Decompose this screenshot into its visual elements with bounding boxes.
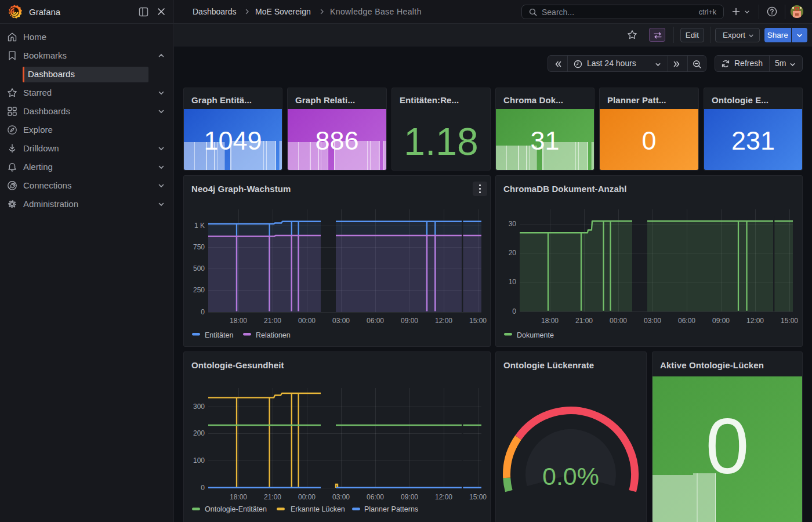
svg-text:15:00: 15:00 [469, 317, 487, 325]
svg-text:Planner Patterns: Planner Patterns [364, 505, 418, 513]
svg-text:09:00: 09:00 [401, 493, 418, 501]
svg-text:18:00: 18:00 [230, 493, 247, 501]
svg-text:30: 30 [509, 220, 517, 228]
svg-text:00:00: 00:00 [610, 317, 627, 325]
svg-text:03:00: 03:00 [332, 493, 350, 501]
svg-text:100: 100 [193, 456, 205, 465]
svg-text:300: 300 [193, 403, 205, 411]
svg-text:0: 0 [512, 307, 516, 316]
svg-text:Dokumente: Dokumente [517, 331, 554, 339]
svg-text:0: 0 [201, 308, 205, 316]
svg-text:10: 10 [509, 278, 517, 286]
svg-text:09:00: 09:00 [712, 317, 730, 325]
svg-text:18:00: 18:00 [230, 317, 247, 325]
svg-text:18:00: 18:00 [541, 317, 559, 325]
svg-text:06:00: 06:00 [367, 317, 384, 325]
svg-text:06:00: 06:00 [367, 493, 384, 501]
svg-text:250: 250 [193, 286, 205, 294]
svg-text:200: 200 [193, 429, 205, 437]
svg-text:21:00: 21:00 [264, 317, 281, 325]
svg-text:750: 750 [193, 243, 205, 251]
svg-text:Ontologie-Entitäten: Ontologie-Entitäten [205, 505, 267, 513]
svg-text:500: 500 [193, 264, 205, 273]
svg-text:21:00: 21:00 [575, 317, 593, 325]
svg-text:03:00: 03:00 [644, 317, 661, 325]
svg-text:12:00: 12:00 [746, 317, 764, 325]
svg-text:Erkannte Lücken: Erkannte Lücken [291, 505, 345, 513]
svg-text:0.0%: 0.0% [542, 462, 599, 490]
svg-text:15:00: 15:00 [469, 493, 487, 501]
svg-text:15:00: 15:00 [781, 317, 798, 325]
svg-text:21:00: 21:00 [264, 493, 281, 501]
svg-text:00:00: 00:00 [298, 493, 316, 501]
svg-text:03:00: 03:00 [332, 317, 350, 325]
svg-text:12:00: 12:00 [435, 317, 452, 325]
svg-text:0: 0 [201, 484, 205, 492]
svg-text:Relationen: Relationen [256, 331, 291, 339]
svg-text:12:00: 12:00 [435, 493, 452, 501]
svg-text:09:00: 09:00 [401, 317, 418, 325]
svg-text:06:00: 06:00 [678, 317, 695, 325]
svg-text:Entitäten: Entitäten [205, 331, 233, 339]
svg-text:1 K: 1 K [194, 222, 205, 230]
svg-text:00:00: 00:00 [298, 317, 316, 325]
svg-text:20: 20 [509, 249, 517, 257]
